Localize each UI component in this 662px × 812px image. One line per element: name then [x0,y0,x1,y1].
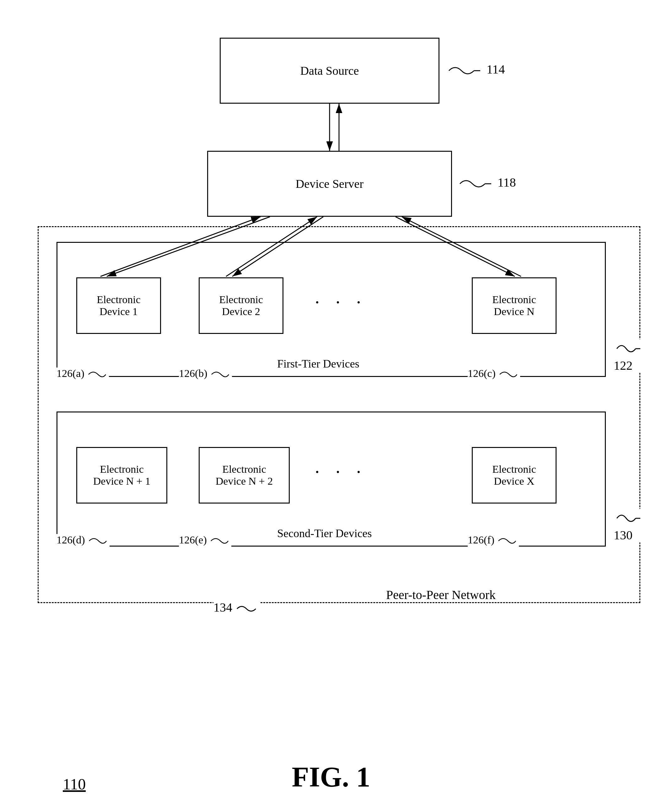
device-2-label: Electronic Device 2 [219,294,263,317]
figure-number: 110 [63,775,86,793]
ref-126e: 126(e) [179,534,231,547]
ref-114: 114 [446,61,505,80]
ref-122: 122 [614,339,642,373]
ref-130: 130 [614,509,642,543]
device-server-label: Device Server [296,177,363,191]
device-n2-box: Electronic Device N + 2 [199,447,290,504]
ref-126c-text: 126(c) [468,367,496,379]
ref-126b: 126(b) [179,367,232,381]
ref-126d-text: 126(d) [56,534,85,546]
ref-126f: 126(f) [468,534,519,547]
ref-126c: 126(c) [468,367,520,381]
second-tier-label: Second-Tier Devices [277,527,372,540]
p2p-label: Peer-to-Peer Network [386,587,496,602]
first-tier-group-box: Electronic Device 1 Electronic Device 2 … [56,242,606,377]
device-n1-label: Electronic Device N + 1 [93,463,151,487]
first-tier-label: First-Tier Devices [277,357,359,371]
ref-134: 134 [214,600,260,617]
ref-118-text: 118 [498,175,516,189]
ref-126d: 126(d) [56,534,109,547]
device-n1-box: Electronic Device N + 1 [76,447,167,504]
device-n-label: Electronic Device N [492,294,536,317]
device-2-box: Electronic Device 2 [199,277,283,334]
ref-118: 118 [457,174,516,193]
figure-caption: FIG. 1 [292,761,370,793]
device-x-label: Electronic Device X [492,463,536,487]
device-n2-label: Electronic Device N + 2 [215,463,273,487]
second-tier-group-box: Electronic Device N + 1 Electronic Devic… [56,411,606,546]
ref-114-text: 114 [487,62,505,76]
ref-126b-text: 126(b) [179,367,207,379]
device-n-box: Electronic Device N [472,277,556,334]
ref-134-text: 134 [214,600,232,614]
dots-second-tier: · · · [315,461,366,483]
ref-126e-text: 126(e) [179,534,207,546]
ref-126f-text: 126(f) [468,534,494,546]
device-x-box: Electronic Device X [472,447,556,504]
data-source-label: Data Source [300,64,359,77]
dots-first-tier: · · · [315,292,366,313]
ref-122-text: 122 [614,358,633,372]
data-source-box: Data Source [220,38,439,104]
device-1-box: Electronic Device 1 [76,277,161,334]
ref-126a: 126(a) [56,367,109,381]
ref-130-text: 130 [614,528,633,542]
device-1-label: Electronic Device 1 [97,294,141,317]
device-server-box: Device Server [207,151,452,217]
ref-126a-text: 126(a) [56,367,84,379]
